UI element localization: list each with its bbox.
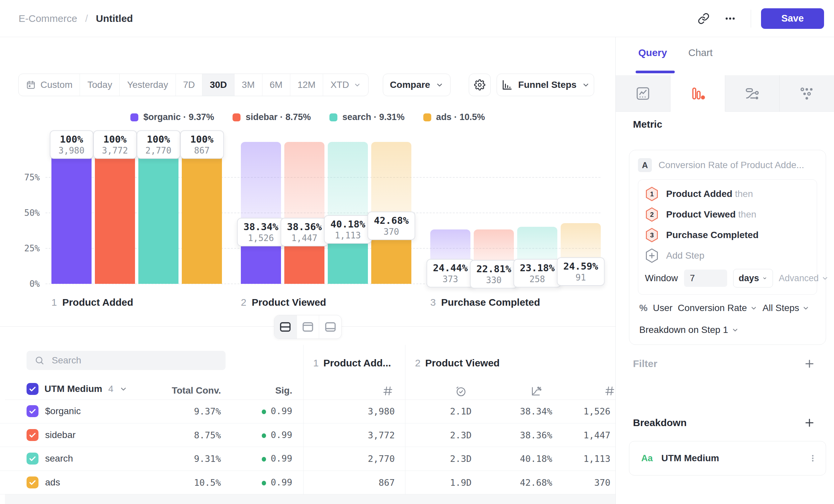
row-step1-count: 2,770	[315, 454, 395, 464]
tab-chart[interactable]: Chart	[688, 47, 712, 59]
row-checkbox[interactable]	[26, 405, 39, 417]
range-custom[interactable]: Custom	[19, 74, 80, 96]
chart-type-funnel[interactable]	[671, 75, 725, 112]
window-value-input[interactable]	[684, 270, 727, 287]
legend-item-search[interactable]: search · 9.31%	[329, 112, 405, 122]
table-row-search[interactable]: search9.31%0.992,7702.3D40.18%1,113	[0, 447, 615, 471]
more-options-button[interactable]	[720, 8, 741, 29]
col-sig[interactable]: Sig.	[232, 385, 292, 396]
table-search	[26, 351, 225, 370]
advanced-toggle[interactable]: Advanced	[779, 273, 829, 283]
kebab-menu-icon[interactable]	[808, 453, 818, 463]
range-yesterday[interactable]: Yesterday	[120, 74, 176, 96]
breakdown-item[interactable]: Aa UTM Medium	[629, 441, 826, 476]
bar-label-ads-step1: 100%867	[180, 130, 224, 159]
range-label: 6M	[270, 79, 283, 90]
table-group-header[interactable]: UTM Medium 4	[26, 383, 127, 395]
chart-view-selector[interactable]: Funnel Steps	[497, 74, 594, 96]
legend-item-ads[interactable]: ads · 10.5%	[423, 112, 485, 122]
tab-query[interactable]: Query	[638, 47, 667, 59]
legend-item-sidebar[interactable]: sidebar · 8.75%	[233, 112, 311, 122]
measure-metric-select[interactable]: Conversion Rate	[678, 303, 758, 313]
add-breakdown-button[interactable]	[804, 417, 815, 429]
layout-toggle-chart-only[interactable]	[297, 315, 320, 339]
legend-swatch	[329, 113, 337, 121]
chart-settings-button[interactable]	[469, 74, 491, 96]
metric-title-row[interactable]: A Conversion Rate of Product Adde...	[638, 158, 817, 172]
layout-toggle-table-only[interactable]	[319, 315, 342, 339]
share-link-button[interactable]	[693, 8, 714, 29]
row-checkbox[interactable]	[26, 477, 39, 488]
bar-conversion-pct: 24.59%	[563, 260, 598, 272]
row-total-conv: 8.75%	[133, 430, 221, 440]
range-6m[interactable]: 6M	[262, 74, 290, 96]
step-hexagon-icon: 1	[645, 186, 659, 202]
bar-label-sidebar-step3: 22.81%330	[470, 260, 518, 289]
chart-type-line[interactable]	[616, 75, 671, 112]
row-checkbox[interactable]	[26, 453, 39, 464]
chevron-down-icon	[354, 81, 361, 89]
row-checkbox[interactable]	[26, 429, 39, 441]
table-row-sidebar[interactable]: sidebar8.75%0.993,7722.3D38.36%1,447	[0, 423, 615, 447]
measure-entity[interactable]: User	[653, 303, 673, 313]
breadcrumb-title[interactable]: Untitled	[96, 13, 133, 24]
breakdown-on-select[interactable]: Breakdown on Step 1	[638, 320, 817, 343]
table-row-organic[interactable]: $organic9.37%0.993,9802.1D38.34%1,526	[0, 399, 615, 423]
bar-conversion-pct: 42.68%	[374, 215, 409, 226]
breadcrumb-project[interactable]: E-Commerce	[19, 13, 77, 24]
measure-scope-select[interactable]: All Steps	[763, 303, 810, 313]
conversion-chart-icon[interactable]	[530, 385, 542, 397]
hash-icon[interactable]	[382, 385, 393, 396]
range-xtd[interactable]: XTD	[323, 74, 368, 96]
range-today[interactable]: Today	[80, 74, 120, 96]
filter-heading: Filter	[633, 358, 657, 369]
metric-step-product-viewed[interactable]: 2Product Viewed then	[645, 204, 810, 225]
compare-button[interactable]: Compare	[383, 74, 451, 96]
advanced-label: Advanced	[779, 273, 819, 283]
flow-icon	[744, 86, 760, 101]
step-number: 1	[51, 297, 57, 308]
metric-step-suffix: then	[735, 189, 753, 199]
add-filter-button[interactable]	[804, 358, 815, 370]
active-tab-underline	[636, 71, 675, 73]
bar-ads-step1[interactable]	[182, 142, 222, 284]
bar-count: 3,772	[100, 145, 130, 156]
range-label: Yesterday	[127, 79, 168, 90]
range-30d[interactable]: 30D	[202, 74, 234, 96]
table-step2-header: 2 Product Viewed	[415, 358, 500, 369]
header-divider	[751, 9, 751, 27]
bar-sidebar-step1[interactable]	[95, 142, 135, 284]
range-12m[interactable]: 12M	[290, 74, 323, 96]
metric-card: A Conversion Rate of Product Adde... 1Pr…	[629, 150, 826, 345]
save-button[interactable]: Save	[761, 8, 824, 29]
chart-type-flow[interactable]	[725, 75, 780, 112]
breadcrumb: E-Commerce / Untitled	[19, 13, 133, 24]
legend-item-organic[interactable]: $organic · 9.37%	[130, 112, 214, 122]
table-row-ads[interactable]: ads10.5%0.998671.9D42.68%370	[0, 471, 615, 495]
avg-time-icon[interactable]	[455, 385, 467, 397]
group-column-label: UTM Medium	[44, 384, 102, 394]
bar-conversion-pct: 100%	[100, 134, 130, 145]
metric-step-purchase-completed[interactable]: 3Purchase Completed	[645, 225, 810, 245]
select-all-checkbox[interactable]	[26, 383, 39, 395]
bar-organic-step1[interactable]	[51, 142, 92, 284]
svg-text:2: 2	[650, 211, 654, 218]
range-7d[interactable]: 7D	[176, 74, 203, 96]
metric-badge: A	[638, 158, 652, 172]
row-total-conv: 9.31%	[133, 454, 221, 464]
step-hexagon-icon: 2	[645, 207, 659, 222]
bar-conversion-pct: 24.44%	[433, 262, 468, 274]
metric-step-product-added[interactable]: 1Product Added then	[645, 184, 810, 204]
layout-toggle-split-view[interactable]	[275, 315, 297, 339]
bar-search-step1[interactable]	[138, 142, 178, 284]
hash-icon[interactable]	[604, 385, 615, 396]
chart-type-journeys[interactable]	[780, 75, 834, 112]
window-unit-select[interactable]: days	[733, 269, 773, 288]
col-total-conv[interactable]: Total Conv.	[133, 385, 221, 396]
chart-type-strip	[616, 75, 834, 112]
bar-count: 867	[187, 145, 217, 156]
add-step-button[interactable]: Add Step	[645, 245, 810, 266]
funnel-steps-icon	[501, 79, 513, 91]
range-3m[interactable]: 3M	[235, 74, 262, 96]
search-input[interactable]	[51, 355, 218, 366]
